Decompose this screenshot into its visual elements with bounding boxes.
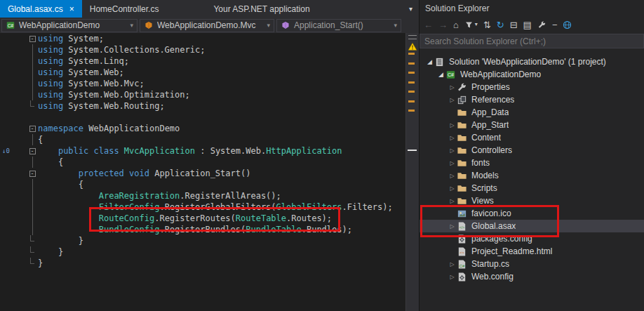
tree-item-views[interactable]: ▷Views [420, 194, 644, 207]
collapse-region-icon[interactable]: - [27, 33, 38, 44]
code-line[interactable] [0, 112, 405, 123]
code-line[interactable]: -namespace WebApplicationDemo [0, 123, 405, 134]
collapse-region-icon[interactable]: - [27, 123, 38, 134]
code-editor[interactable]: -using System;using System.Collections.G… [0, 33, 419, 311]
splitter-grip[interactable] [408, 35, 417, 39]
tab-your-asp-net-application[interactable]: Your ASP.NET application [206, 0, 317, 18]
expand-node-icon[interactable]: ▷ [448, 160, 457, 166]
web-button[interactable] [563, 20, 572, 29]
tree-item-startup-cs[interactable]: ▷C#Startup.cs [420, 258, 644, 270]
tree-item-webapplicationdemo[interactable]: ◢C#WebApplicationDemo [420, 68, 644, 81]
expand-node-icon[interactable]: ▷ [448, 147, 457, 154]
modified-line-tick [408, 62, 415, 65]
forward-button[interactable]: → [438, 20, 448, 29]
refresh-button[interactable]: ↻ [497, 20, 504, 29]
expand-node-icon[interactable]: ▷ [448, 223, 457, 230]
home-button[interactable]: ⌂ [453, 20, 459, 29]
expand-node-icon[interactable]: ▷ [448, 122, 457, 128]
expand-node-icon[interactable]: ▷ [448, 274, 457, 280]
code-line[interactable]: { [0, 157, 405, 168]
tab-global-asax-cs[interactable]: Global.asax.cs× [0, 0, 82, 18]
code-line[interactable]: { [0, 179, 405, 190]
code-line[interactable]: RouteConfig.RegisterRoutes(RouteTable.Ro… [0, 213, 405, 224]
tree-item-web-config[interactable]: ▷Web.config [420, 270, 644, 283]
code-line[interactable]: using System.Collections.Generic; [0, 44, 405, 55]
preview-selected-items-button[interactable]: − [552, 20, 558, 29]
fold-margin [27, 78, 38, 89]
tree-item-label: App_Data [471, 107, 509, 117]
code-line[interactable]: using System.Web.Optimization; [0, 89, 405, 100]
collapse-node-icon[interactable]: ◢ [436, 71, 445, 78]
expand-node-icon[interactable]: ▷ [448, 84, 457, 91]
member-dropdown[interactable]: Application_Start() ▾ [276, 19, 401, 32]
code-line[interactable]: } [0, 246, 405, 258]
tree-item-controllers[interactable]: ▷Controllers [420, 144, 644, 157]
code-line[interactable]: using System.Web.Routing; [0, 100, 405, 112]
tab-label: Your ASP.NET application [213, 4, 309, 14]
fold-margin [27, 100, 38, 112]
collapse-region-icon[interactable]: - [27, 168, 38, 179]
properties-button[interactable] [537, 20, 546, 29]
tree-item-content[interactable]: ▷Content [420, 131, 644, 144]
code-line[interactable]: FilterConfig.RegisterGlobalFilters(Globa… [0, 201, 405, 213]
collapse-region-icon[interactable]: - [27, 145, 38, 157]
back-button[interactable]: ← [424, 20, 433, 29]
fold-margin [27, 179, 38, 190]
expand-node-icon[interactable]: ▷ [448, 261, 457, 267]
tab-label: Global.asax.cs [8, 4, 63, 14]
solution-tree: ◢Solution 'WebApplicationDemo' (1 projec… [420, 50, 644, 311]
tree-item-packages-config[interactable]: packages.config [420, 232, 644, 245]
tree-item-label: fonts [471, 158, 490, 168]
sync-with-active-document-button[interactable]: ⇅ [483, 20, 491, 29]
project-dropdown[interactable]: C# WebApplicationDemo ▾ [1, 19, 137, 32]
code-line[interactable]: using System.Web.Mvc; [0, 78, 405, 89]
tree-item-favicon-ico[interactable]: favicon.ico [420, 207, 644, 220]
fold-margin [27, 89, 38, 100]
code-line[interactable]: using System.Web; [0, 67, 405, 78]
tree-item-app-start[interactable]: ▷App_Start [420, 119, 644, 131]
svg-text:C#: C# [448, 72, 454, 77]
fold-margin [27, 67, 38, 78]
search-input[interactable] [420, 34, 644, 48]
tree-item-fonts[interactable]: ▷fonts [420, 157, 644, 169]
editor-scrollbar[interactable] [405, 33, 419, 311]
tree-item-app-data[interactable]: App_Data [420, 106, 644, 119]
chevron-down-icon: ▾ [475, 22, 478, 27]
tree-item-project-readme-html[interactable]: <>Project_Readme.html [420, 245, 644, 258]
collapse-node-icon[interactable]: ◢ [425, 58, 434, 65]
expand-node-icon[interactable]: ▷ [448, 135, 457, 141]
code-line[interactable]: } [0, 258, 405, 269]
show-all-files-button[interactable]: ▤ [523, 20, 532, 29]
expand-node-icon[interactable]: ▷ [448, 97, 457, 103]
tree-item-models[interactable]: ▷Models [420, 169, 644, 182]
filter-button[interactable]: ▾ [464, 20, 478, 29]
expand-node-icon[interactable]: ▷ [448, 173, 457, 179]
code-text: using System.Collections.Generic; [38, 44, 205, 55]
warning-icon[interactable] [408, 42, 417, 51]
expand-node-icon[interactable]: ▷ [448, 185, 457, 192]
collapse-all-button[interactable]: ⊟ [510, 20, 518, 29]
tree-item-solution-webapplicationdemo-1-project[interactable]: ◢Solution 'WebApplicationDemo' (1 projec… [420, 55, 644, 68]
code-line[interactable]: AreaRegistration.RegisterAllAreas(); [0, 190, 405, 201]
code-line[interactable]: ↓0- public class MvcApplication : System… [0, 145, 405, 157]
tree-item-scripts[interactable]: ▷Scripts [420, 182, 644, 194]
code-line[interactable]: { [0, 134, 405, 145]
code-text: } [38, 235, 83, 246]
tab-list-chevron-icon[interactable]: ▾ [403, 0, 419, 18]
code-line[interactable]: BundleConfig.RegisterBundles(BundleTable… [0, 224, 405, 235]
modified-line-tick [408, 72, 415, 74]
code-line[interactable]: using System.Linq; [0, 55, 405, 67]
expand-node-icon[interactable]: ▷ [448, 198, 457, 204]
tab-homecontroller-cs[interactable]: HomeController.cs [82, 0, 167, 18]
code-text: } [38, 258, 43, 269]
tree-item-global-asax[interactable]: ▷</>Global.asax [420, 220, 644, 232]
type-dropdown[interactable]: WebApplicationDemo.Mvc ▾ [140, 19, 274, 32]
code-line[interactable]: -using System; [0, 33, 405, 44]
close-icon[interactable]: × [69, 5, 74, 13]
code-line[interactable]: - protected void Application_Start() [0, 168, 405, 179]
caret-position-marker [408, 150, 417, 151]
tree-item-properties[interactable]: ▷Properties [420, 81, 644, 93]
tree-item-references[interactable]: ▷References [420, 93, 644, 106]
code-line[interactable]: } [0, 235, 405, 246]
tree-item-label: Content [471, 133, 501, 143]
